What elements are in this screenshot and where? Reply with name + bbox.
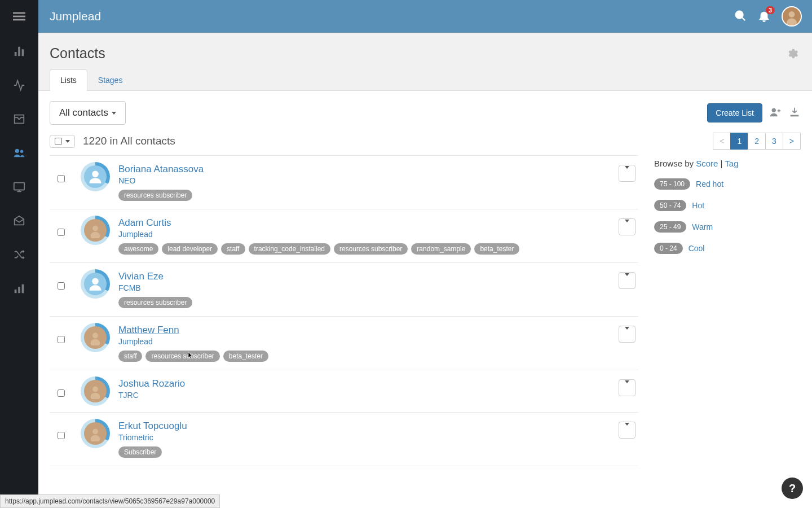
page-2[interactable]: 2: [748, 133, 766, 150]
contact-company[interactable]: Jumplead: [118, 337, 606, 346]
nav-dashboard-icon[interactable]: [9, 41, 29, 62]
svg-rect-5: [14, 183, 24, 190]
row-actions-dropdown[interactable]: [619, 272, 636, 289]
tag-chip[interactable]: resources subscriber: [334, 243, 408, 255]
select-all-dropdown[interactable]: [50, 135, 75, 148]
score-range-pill: 75 - 100: [654, 178, 690, 190]
row-actions-dropdown[interactable]: [619, 165, 636, 182]
score-label-link[interactable]: Cool: [689, 244, 705, 253]
tag-chip[interactable]: random_sample: [411, 243, 471, 255]
browse-score-link[interactable]: Score: [696, 159, 718, 168]
results-count: 1220 in All contacts: [83, 135, 175, 147]
svg-point-14: [772, 108, 776, 112]
user-avatar[interactable]: [782, 6, 802, 27]
row-checkbox[interactable]: [58, 175, 65, 182]
tag-chip[interactable]: beta_tester: [474, 243, 519, 255]
row-actions-dropdown[interactable]: [619, 326, 636, 343]
nav-activity-icon[interactable]: [9, 75, 29, 95]
score-row: 0 - 24Cool: [654, 243, 801, 254]
nav-analytics-icon[interactable]: [9, 278, 29, 299]
score-row: 25 - 49Warm: [654, 221, 801, 233]
contact-company[interactable]: Jumplead: [118, 230, 606, 239]
hamburger-menu-icon[interactable]: [13, 10, 25, 24]
page-1[interactable]: 1: [730, 133, 748, 150]
settings-gear-icon[interactable]: [786, 47, 798, 62]
filter-dropdown[interactable]: All contacts: [50, 101, 126, 125]
page-3[interactable]: 3: [765, 133, 783, 150]
select-all-checkbox[interactable]: [55, 138, 62, 145]
nav-screens-icon[interactable]: [9, 177, 29, 197]
contact-name[interactable]: Matthew Fenn: [118, 325, 606, 336]
tag-chip[interactable]: Subscriber: [118, 446, 162, 458]
contact-name[interactable]: Joshua Rozario: [118, 378, 606, 389]
tab-stages[interactable]: Stages: [87, 69, 134, 90]
row-checkbox[interactable]: [58, 229, 65, 236]
score-label-link[interactable]: Red hot: [696, 179, 723, 189]
contact-row: Adam CurtisJumpleadawesomelead developer…: [50, 209, 638, 263]
contact-avatar[interactable]: [82, 271, 108, 297]
contact-row: Boriana AtanassovaNEOresources subscribe…: [50, 155, 638, 209]
tag-chip[interactable]: resources subscriber: [118, 297, 192, 308]
contact-avatar[interactable]: [82, 421, 108, 446]
page-next[interactable]: >: [783, 133, 801, 150]
status-bar: https://app.jumplead.com/contacts/view/5…: [0, 494, 220, 508]
contact-name[interactable]: Erkut Topcuoglu: [118, 421, 606, 432]
browse-tag-link[interactable]: Tag: [725, 159, 738, 168]
row-checkbox[interactable]: [58, 432, 65, 439]
caret-down-icon: [65, 140, 70, 143]
row-actions-dropdown[interactable]: [619, 218, 636, 235]
help-fab[interactable]: ?: [782, 478, 803, 499]
row-checkbox[interactable]: [58, 336, 65, 343]
row-checkbox[interactable]: [58, 389, 65, 397]
create-list-button[interactable]: Create List: [707, 103, 762, 122]
contact-company[interactable]: FCMB: [118, 283, 606, 292]
score-label-link[interactable]: Hot: [692, 201, 704, 210]
tag-chip[interactable]: staff: [118, 351, 142, 362]
page-body: All contacts Create List 1220: [38, 91, 812, 508]
svg-rect-1: [13, 16, 25, 17]
contact-avatar[interactable]: [82, 325, 108, 351]
filter-label: All contacts: [59, 107, 108, 119]
add-contact-icon[interactable]: [769, 106, 782, 120]
svg-rect-7: [18, 287, 20, 293]
search-icon[interactable]: [734, 10, 747, 24]
contact-avatar[interactable]: [82, 217, 108, 243]
nav-inbox-icon[interactable]: [9, 109, 29, 129]
tag-chip[interactable]: tracking_code_installed: [249, 243, 330, 255]
contact-avatar[interactable]: [82, 378, 108, 404]
score-label-link[interactable]: Warm: [692, 222, 713, 231]
contact-row: Matthew FennJumpleadstaffresources subsc…: [50, 317, 638, 370]
score-range-pill: 25 - 49: [654, 221, 686, 233]
tag-chip[interactable]: awesome: [118, 243, 158, 255]
tab-lists[interactable]: Lists: [50, 69, 87, 91]
tag-chip[interactable]: lead developer: [162, 243, 218, 255]
svg-rect-6: [15, 290, 17, 293]
tag-chip[interactable]: beta_tester: [223, 351, 268, 362]
row-actions-dropdown[interactable]: [619, 422, 636, 439]
contact-row: Vivian EzeFCMBresources subscriber: [50, 263, 638, 317]
tag-chip[interactable]: resources subscriber: [118, 190, 192, 201]
notifications-icon[interactable]: 3: [758, 10, 770, 24]
page-prev[interactable]: <: [713, 133, 731, 150]
contact-row: Erkut TopcuogluTriometricSubscriber: [50, 413, 638, 466]
svg-rect-0: [13, 12, 25, 14]
nav-contacts-icon[interactable]: [9, 143, 29, 163]
contact-company[interactable]: TJRC: [118, 391, 606, 400]
contact-name[interactable]: Vivian Eze: [118, 271, 606, 282]
download-icon[interactable]: [788, 106, 801, 120]
contact-name[interactable]: Boriana Atanassova: [118, 164, 606, 175]
brand-logo[interactable]: Jumplead: [50, 10, 101, 23]
contact-company[interactable]: NEO: [118, 176, 606, 185]
contacts-list: Boriana AtanassovaNEOresources subscribe…: [50, 155, 638, 466]
row-actions-dropdown[interactable]: [619, 379, 636, 396]
svg-rect-8: [22, 284, 24, 294]
tag-chip[interactable]: staff: [221, 243, 245, 255]
contact-avatar[interactable]: [82, 164, 108, 190]
tag-chip[interactable]: resources subscriber: [145, 351, 219, 362]
nav-shuffle-icon[interactable]: [9, 244, 29, 265]
nav-mail-icon[interactable]: [9, 211, 29, 231]
svg-point-25: [92, 387, 98, 392]
contact-name[interactable]: Adam Curtis: [118, 217, 606, 229]
contact-company[interactable]: Triometric: [118, 433, 606, 442]
row-checkbox[interactable]: [58, 282, 65, 290]
